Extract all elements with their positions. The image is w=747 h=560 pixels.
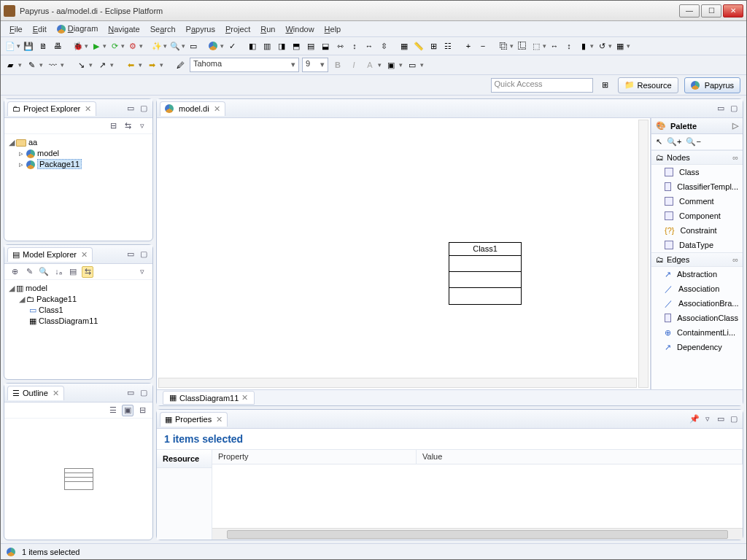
pin-icon[interactable]: ▷ bbox=[732, 121, 738, 131]
palette-item-classifier-template[interactable]: ClassifierTempl... bbox=[651, 179, 743, 194]
palette-item-component[interactable]: Component bbox=[651, 209, 743, 223]
expand-all-icon[interactable]: ⊕ bbox=[9, 266, 20, 278]
menu-window[interactable]: Window bbox=[281, 23, 318, 35]
expand-icon[interactable]: ▹ bbox=[19, 160, 26, 169]
filter-icon[interactable]: ▮ bbox=[577, 39, 590, 52]
menu-edit[interactable]: Edit bbox=[28, 23, 51, 35]
quick-access-input[interactable]: Quick Access bbox=[491, 78, 593, 93]
close-icon[interactable]: ✕ bbox=[216, 415, 222, 424]
show-hide-icon[interactable]: ↕ bbox=[562, 39, 576, 52]
properties-tab-resource[interactable]: Resource bbox=[157, 450, 212, 468]
papyrus-perspective-button[interactable]: Papyrus bbox=[684, 77, 740, 93]
outline-tree-mode-icon[interactable]: ☰ bbox=[107, 405, 119, 416]
model-explorer-tree[interactable]: ◢▥ model ◢🗀 Package11 ▭ Class1 ▦ ClassDi… bbox=[4, 280, 152, 379]
tree-item-model[interactable]: model bbox=[37, 149, 59, 158]
menu-project[interactable]: Project bbox=[221, 23, 255, 35]
horizontal-scrollbar[interactable] bbox=[158, 378, 637, 388]
editor-tab[interactable]: model.di ✕ bbox=[160, 101, 225, 116]
zoom-tool-icon[interactable]: 🔍+ bbox=[667, 137, 681, 147]
fill-color-icon[interactable]: ▰ bbox=[4, 58, 17, 71]
pin-property-icon[interactable]: 📌 bbox=[689, 413, 700, 425]
palette-item-association-branch[interactable]: ／AssociationBra... bbox=[651, 296, 743, 311]
close-button[interactable]: ✕ bbox=[723, 4, 743, 18]
font-chooser-icon[interactable]: 🖉 bbox=[174, 58, 187, 71]
collapse-icon[interactable]: ∞ bbox=[732, 153, 738, 162]
link-with-editor-icon[interactable]: ⇆ bbox=[122, 120, 133, 132]
extra-grid-icon[interactable]: ▦ bbox=[614, 39, 627, 52]
line-color-icon[interactable]: ✎ bbox=[25, 58, 38, 71]
papyrus-new-icon[interactable] bbox=[207, 39, 220, 52]
save-icon[interactable]: 💾 bbox=[22, 39, 35, 52]
minimize-view-icon[interactable]: ▭ bbox=[125, 103, 136, 114]
tree-item-classdiagram11[interactable]: ClassDiagram11 bbox=[39, 316, 98, 325]
new-icon[interactable]: 📄 bbox=[4, 39, 17, 52]
refresh-icon[interactable]: ↺ bbox=[595, 39, 608, 52]
rulers-icon[interactable]: 📏 bbox=[412, 39, 425, 52]
palette-item-association[interactable]: ／Association bbox=[651, 281, 743, 296]
uml-attributes-compartment[interactable] bbox=[449, 256, 521, 272]
palette-item-constraint[interactable]: {?}Constraint bbox=[651, 223, 743, 238]
pointer-tool-icon[interactable]: ↖ bbox=[656, 137, 662, 147]
filter-icon[interactable]: ▤ bbox=[67, 266, 79, 278]
window-working-set-icon[interactable]: ▭ bbox=[187, 39, 200, 52]
close-icon[interactable]: ✕ bbox=[53, 389, 59, 398]
run-last-icon[interactable]: ⟳ bbox=[108, 39, 121, 52]
distribute-h-icon[interactable]: ⇿ bbox=[333, 39, 347, 52]
expand-icon[interactable]: ▹ bbox=[19, 149, 26, 158]
align-bottom-icon[interactable]: ⬓ bbox=[319, 39, 332, 52]
new-wizard-icon[interactable]: ✨ bbox=[150, 39, 163, 52]
external-tools-icon[interactable]: ⚙ bbox=[126, 39, 139, 52]
match-width-icon[interactable]: ↔ bbox=[363, 39, 376, 52]
validate-icon[interactable]: ✓ bbox=[225, 39, 239, 52]
close-icon[interactable]: ✕ bbox=[214, 104, 220, 114]
snap-icon[interactable]: ⊞ bbox=[427, 39, 440, 52]
debug-icon[interactable]: 🐞 bbox=[71, 39, 85, 52]
menu-diagram[interactable]: Diagram bbox=[53, 23, 103, 35]
open-perspective-icon[interactable]: ⊞ bbox=[599, 79, 612, 92]
menu-help[interactable]: Help bbox=[320, 23, 346, 35]
menu-search[interactable]: Search bbox=[146, 23, 180, 35]
print-icon[interactable]: 🖶 bbox=[51, 39, 64, 52]
maximize-view-icon[interactable]: ▢ bbox=[728, 103, 740, 114]
diagram-canvas[interactable]: Class1 bbox=[157, 118, 651, 389]
palette-edges-drawer[interactable]: 🗂 Edges ∞ bbox=[651, 252, 743, 267]
align-left-icon[interactable]: ◧ bbox=[246, 39, 259, 52]
expand-icon[interactable]: ◢ bbox=[19, 295, 26, 304]
distribute-v-icon[interactable]: ↕ bbox=[348, 39, 361, 52]
align-right-icon[interactable]: ◨ bbox=[275, 39, 288, 52]
arrange-all-icon[interactable]: ⿻ bbox=[497, 39, 510, 52]
font-size-combo[interactable]: 9 bbox=[302, 58, 328, 72]
search-icon[interactable]: 🔍 bbox=[169, 39, 182, 52]
maximize-view-icon[interactable]: ▢ bbox=[138, 387, 150, 399]
view-menu-icon[interactable]: ▿ bbox=[136, 120, 148, 132]
forward-icon[interactable]: ➡ bbox=[145, 58, 158, 71]
run-icon[interactable]: ▶ bbox=[90, 39, 103, 52]
line-color2-icon[interactable]: ▭ bbox=[406, 58, 419, 71]
minimize-button[interactable]: — bbox=[679, 4, 700, 18]
resource-perspective-button[interactable]: 📁Resource bbox=[618, 77, 678, 93]
sort-icon[interactable]: ↓ₐ bbox=[53, 266, 64, 278]
outline-tab[interactable]: ☰ Outline ✕ bbox=[7, 386, 64, 400]
palette-item-abstraction[interactable]: ↗Abstraction bbox=[651, 267, 743, 281]
palette-header[interactable]: 🎨 Palette ▷ bbox=[651, 118, 743, 134]
match-height-icon[interactable]: ⇳ bbox=[377, 39, 390, 52]
tree-item-project[interactable]: aa bbox=[28, 138, 37, 147]
align-center-h-icon[interactable]: ▥ bbox=[260, 39, 274, 52]
line-style-icon[interactable]: 〰 bbox=[46, 58, 59, 71]
uml-operations-compartment[interactable] bbox=[449, 272, 521, 288]
maximize-view-icon[interactable]: ▢ bbox=[728, 413, 740, 425]
layout-icon[interactable]: ☷ bbox=[441, 39, 454, 52]
search-icon[interactable]: 🔍 bbox=[38, 266, 50, 278]
menu-file[interactable]: File bbox=[5, 23, 27, 35]
edit-icon[interactable]: ✎ bbox=[23, 266, 35, 278]
menu-papyrus[interactable]: Papyrus bbox=[182, 23, 220, 35]
zoom-out-tool-icon[interactable]: 🔍− bbox=[686, 137, 700, 147]
expand-icon[interactable]: ◢ bbox=[9, 284, 16, 293]
grid-toggle-icon[interactable]: ▦ bbox=[398, 39, 411, 52]
column-header-property[interactable]: Property bbox=[212, 450, 417, 464]
project-explorer-tree[interactable]: ◢aa ▹model ▹Package11 bbox=[4, 134, 152, 241]
fill-color2-icon[interactable]: ▣ bbox=[384, 58, 398, 71]
maximize-view-icon[interactable]: ▢ bbox=[138, 103, 150, 114]
palette-item-containment-link[interactable]: ⊕ContainmentLi... bbox=[651, 325, 743, 340]
save-all-icon[interactable]: 🗎 bbox=[36, 39, 50, 52]
